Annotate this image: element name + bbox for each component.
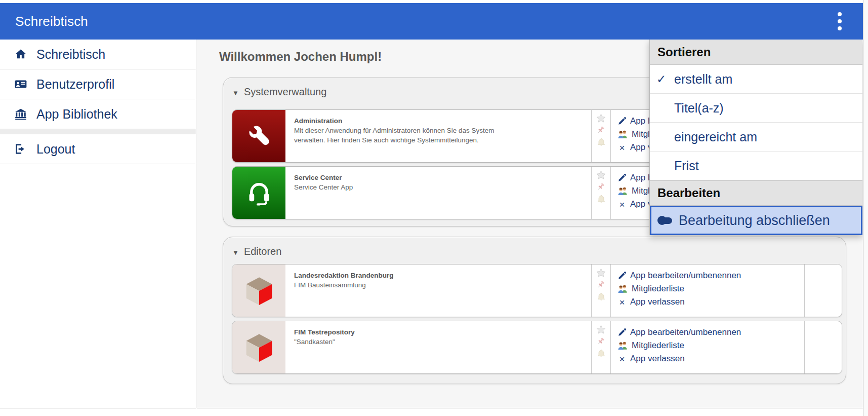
- link-label: App bearbeiten/umbenennen: [630, 271, 741, 281]
- menu-group-header-bearbeiten: Bearbeiten: [650, 180, 862, 206]
- app-flag-column: [591, 264, 611, 317]
- sidebar-item-label: Schreibtisch: [36, 47, 105, 62]
- link-label: Mitgliederliste: [632, 284, 684, 294]
- id-card-icon: [14, 78, 27, 91]
- pencil-icon: [617, 173, 627, 182]
- members-icon: [617, 186, 628, 196]
- app-links-column: App bearbeiten/umbenennen Mitgliederlist…: [611, 264, 805, 317]
- link-label: Mitgliederliste: [632, 341, 684, 351]
- card-spacer: [805, 264, 842, 317]
- favorite-star-icon[interactable]: [596, 113, 606, 124]
- app-flag-column: [591, 110, 611, 162]
- menu-item-frist[interactable]: Frist: [650, 152, 862, 180]
- app-card-fim-testrepository[interactable]: FIM Testrepository "Sandkasten" App bear…: [232, 321, 842, 374]
- app-flag-column: [591, 167, 611, 219]
- app-description: Service Center App: [294, 183, 507, 193]
- options-menu: Sortieren erstellt am Titel(a-z) eingere…: [649, 40, 862, 235]
- card-spacer: [805, 321, 842, 373]
- members-icon: [617, 341, 628, 350]
- headset-icon: [246, 180, 272, 206]
- sidebar-item-app-bibliothek[interactable]: App Bibliothek: [0, 99, 196, 129]
- member-list-link[interactable]: Mitgliederliste: [617, 282, 804, 295]
- menu-group-header-sortieren: Sortieren: [650, 40, 862, 65]
- cube-icon: [243, 331, 275, 364]
- collapse-triangle-icon: [232, 246, 239, 257]
- members-icon: [617, 284, 628, 293]
- sidebar-group-divider: [0, 129, 196, 134]
- app-card-landesredaktion-brandenburg[interactable]: Landesredaktion Brandenburg FIM Baustein…: [232, 264, 842, 317]
- cube-icon: [243, 275, 275, 307]
- notification-bell-icon[interactable]: [596, 349, 606, 359]
- pencil-icon: [617, 328, 627, 337]
- app-title: Administration: [294, 117, 591, 125]
- app-header: Schreibtisch: [0, 3, 863, 40]
- app-card-text: FIM Testrepository "Sandkasten": [285, 321, 591, 373]
- link-label: App bearbeiten/umbenennen: [630, 327, 741, 337]
- app-tile-administration: [232, 110, 285, 162]
- pencil-icon: [617, 271, 627, 280]
- notification-bell-icon[interactable]: [596, 137, 606, 147]
- pin-icon[interactable]: [596, 336, 606, 347]
- menu-item-label: Titel(a-z): [674, 101, 724, 116]
- close-x-icon: [617, 143, 627, 153]
- app-description: Mit dieser Anwendung für Administratoren…: [294, 126, 507, 145]
- kebab-menu-icon[interactable]: [835, 9, 845, 33]
- link-label: App verlassen: [630, 297, 685, 307]
- app-tile-cube: [232, 321, 285, 373]
- close-x-icon: [617, 297, 627, 307]
- notification-bell-icon[interactable]: [596, 194, 606, 204]
- collapse-triangle-icon: [232, 86, 239, 98]
- menu-item-titel-a-z[interactable]: Titel(a-z): [650, 94, 862, 123]
- section-editoren: Editoren Landesredaktion Brandenburg FIM…: [223, 237, 846, 384]
- app-tile-cube: [232, 264, 285, 317]
- menu-item-erstellt-am[interactable]: erstellt am: [650, 65, 862, 94]
- favorite-star-icon[interactable]: [596, 268, 606, 278]
- home-icon: [14, 48, 27, 61]
- app-card-text: Landesredaktion Brandenburg FIM Baustein…: [285, 264, 591, 317]
- sidebar-item-label: Benutzerprofil: [36, 77, 114, 92]
- app-title: FIM Testrepository: [294, 328, 591, 336]
- link-label: App verlassen: [630, 354, 685, 364]
- wrench-icon: [245, 123, 273, 150]
- app-title: Service Center: [294, 174, 591, 181]
- close-x-icon: [617, 354, 627, 364]
- menu-item-label: Bearbeitung abschließen: [679, 213, 830, 229]
- app-leave-link[interactable]: App verlassen: [617, 352, 804, 365]
- app-title: Landesredaktion Brandenburg: [294, 272, 591, 279]
- pin-icon[interactable]: [596, 125, 606, 136]
- app-tile-service-center: [232, 167, 285, 219]
- sidebar-item-schreibtisch[interactable]: Schreibtisch: [0, 40, 196, 69]
- sidebar-item-logout[interactable]: Logout: [0, 134, 196, 164]
- menu-item-bearbeitung-abschliessen[interactable]: Bearbeitung abschließen: [650, 206, 862, 235]
- app-title: Schreibtisch: [15, 14, 88, 29]
- section-title: Systemverwaltung: [244, 86, 326, 98]
- pin-icon[interactable]: [596, 280, 606, 290]
- section-header-editoren[interactable]: Editoren: [232, 244, 846, 259]
- scrollbar[interactable]: [863, 0, 868, 416]
- section-title: Editoren: [244, 246, 282, 257]
- sidebar-item-label: Logout: [36, 142, 75, 157]
- menu-item-label: eingereicht am: [674, 130, 757, 144]
- app-edit-rename-link[interactable]: App bearbeiten/umbenennen: [617, 326, 804, 339]
- sidebar: Schreibtisch Benutzerprofil App Biblioth…: [0, 40, 196, 408]
- member-list-link[interactable]: Mitgliederliste: [617, 339, 804, 352]
- app-card-text: Service Center Service Center App: [285, 167, 591, 219]
- favorite-star-icon[interactable]: [596, 324, 606, 335]
- app-edit-rename-link[interactable]: App bearbeiten/umbenennen: [617, 269, 804, 282]
- notification-bell-icon[interactable]: [596, 292, 606, 302]
- menu-item-eingereicht-am[interactable]: eingereicht am: [650, 123, 862, 152]
- sidebar-item-label: App Bibliothek: [36, 107, 117, 122]
- app-description: "Sandkasten": [294, 337, 507, 347]
- pin-icon[interactable]: [596, 182, 606, 193]
- menu-item-label: Frist: [674, 159, 699, 173]
- app-description: FIM Bausteinsammlung: [294, 281, 507, 290]
- app-leave-link[interactable]: App verlassen: [617, 295, 804, 309]
- favorite-star-icon[interactable]: [596, 170, 606, 180]
- pencil-icon: [617, 117, 627, 126]
- check-icon: [656, 72, 666, 86]
- menu-item-label: erstellt am: [674, 72, 732, 87]
- app-links-column: App bearbeiten/umbenennen Mitgliederlist…: [611, 321, 805, 373]
- app-card-text: Administration Mit dieser Anwendung für …: [285, 110, 591, 162]
- sidebar-item-benutzerprofil[interactable]: Benutzerprofil: [0, 69, 196, 99]
- toggle-icon: [658, 217, 672, 224]
